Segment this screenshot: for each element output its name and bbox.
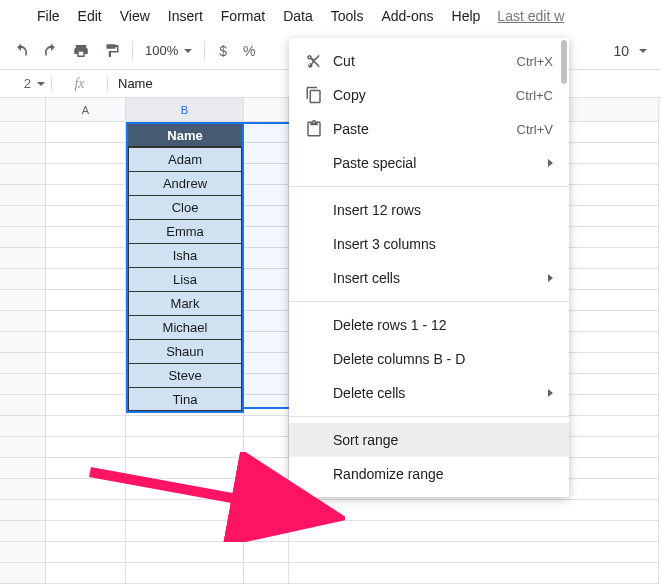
row-header[interactable] (0, 290, 46, 311)
column-header-b[interactable]: B (126, 98, 244, 122)
redo-button[interactable] (38, 38, 64, 64)
cell[interactable] (599, 143, 659, 164)
cell[interactable] (126, 416, 244, 437)
menu-insert-rows[interactable]: Insert 12 rows (289, 193, 569, 227)
cell[interactable] (599, 227, 659, 248)
cell[interactable] (599, 290, 659, 311)
column-header[interactable] (599, 98, 659, 122)
cell[interactable] (599, 248, 659, 269)
row-header[interactable] (0, 521, 46, 542)
cell[interactable] (599, 122, 659, 143)
cell[interactable] (244, 479, 289, 500)
cell[interactable] (46, 458, 126, 479)
menu-paste-special[interactable]: Paste special (289, 146, 569, 180)
cell[interactable] (599, 311, 659, 332)
cell[interactable] (46, 437, 126, 458)
cell[interactable] (599, 332, 659, 353)
zoom-dropdown[interactable]: 100% (141, 43, 196, 58)
cell[interactable] (289, 521, 599, 542)
cell[interactable] (46, 416, 126, 437)
cell[interactable] (46, 521, 126, 542)
table-row[interactable]: Cloe (128, 195, 242, 219)
undo-button[interactable] (8, 38, 34, 64)
table-row[interactable]: Steve (128, 363, 242, 387)
table-row[interactable]: Isha (128, 243, 242, 267)
print-button[interactable] (68, 38, 94, 64)
row-header[interactable] (0, 500, 46, 521)
table-row[interactable]: Andrew (128, 171, 242, 195)
menu-delete-rows[interactable]: Delete rows 1 - 12 (289, 308, 569, 342)
menu-view[interactable]: View (111, 4, 159, 28)
percent-format-button[interactable]: % (237, 43, 261, 59)
menu-data[interactable]: Data (274, 4, 322, 28)
cell[interactable] (289, 563, 599, 584)
cell[interactable] (599, 416, 659, 437)
menu-help[interactable]: Help (443, 4, 490, 28)
cell[interactable] (599, 185, 659, 206)
cell[interactable] (126, 437, 244, 458)
cell[interactable] (46, 374, 126, 395)
row-header[interactable] (0, 122, 46, 143)
cell[interactable] (599, 458, 659, 479)
cell[interactable] (599, 563, 659, 584)
row-header[interactable] (0, 353, 46, 374)
row-header[interactable] (0, 332, 46, 353)
cell[interactable] (244, 500, 289, 521)
cell[interactable] (46, 206, 126, 227)
cell[interactable] (46, 227, 126, 248)
row-header[interactable] (0, 248, 46, 269)
row-header[interactable] (0, 164, 46, 185)
cell[interactable] (599, 353, 659, 374)
cell[interactable] (599, 395, 659, 416)
menu-file[interactable]: File (28, 4, 69, 28)
cell[interactable] (599, 269, 659, 290)
cell[interactable] (46, 122, 126, 143)
row-header[interactable] (0, 143, 46, 164)
menu-delete-columns[interactable]: Delete columns B - D (289, 342, 569, 376)
menu-cut[interactable]: Cut Ctrl+X (289, 44, 569, 78)
menu-addons[interactable]: Add-ons (372, 4, 442, 28)
cell[interactable] (46, 290, 126, 311)
table-row[interactable]: Lisa (128, 267, 242, 291)
row-header[interactable] (0, 269, 46, 290)
cell[interactable] (46, 395, 126, 416)
cell[interactable] (46, 353, 126, 374)
row-header[interactable] (0, 227, 46, 248)
table-row[interactable]: Shaun (128, 339, 242, 363)
row-header[interactable] (0, 395, 46, 416)
cell[interactable] (126, 542, 244, 563)
cell[interactable] (126, 563, 244, 584)
select-all-corner[interactable] (0, 98, 46, 122)
cell[interactable] (46, 563, 126, 584)
cell[interactable] (289, 500, 599, 521)
row-header[interactable] (0, 311, 46, 332)
cell[interactable] (46, 143, 126, 164)
row-header[interactable] (0, 416, 46, 437)
menu-randomize-range[interactable]: Randomize range (289, 457, 569, 491)
table-row[interactable]: Tina (128, 387, 242, 411)
currency-format-button[interactable]: $ (213, 43, 233, 59)
cell[interactable] (599, 374, 659, 395)
cell[interactable] (244, 521, 289, 542)
menu-tools[interactable]: Tools (322, 4, 373, 28)
row-header[interactable] (0, 185, 46, 206)
cell[interactable] (244, 563, 289, 584)
cell[interactable] (46, 479, 126, 500)
table-header[interactable]: Name (128, 124, 242, 147)
scrollbar-thumb[interactable] (561, 40, 567, 84)
menu-copy[interactable]: Copy Ctrl+C (289, 78, 569, 112)
cell[interactable] (126, 458, 244, 479)
cell[interactable] (46, 185, 126, 206)
menu-edit[interactable]: Edit (69, 4, 111, 28)
cell[interactable] (599, 479, 659, 500)
table-row[interactable]: Mark (128, 291, 242, 315)
cell[interactable] (244, 458, 289, 479)
name-box[interactable]: 2 (0, 76, 52, 91)
cell[interactable] (126, 521, 244, 542)
cell[interactable] (244, 542, 289, 563)
menu-insert-cells[interactable]: Insert cells (289, 261, 569, 295)
row-header[interactable] (0, 437, 46, 458)
cell[interactable] (46, 164, 126, 185)
cell[interactable] (46, 248, 126, 269)
menu-insert[interactable]: Insert (159, 4, 212, 28)
